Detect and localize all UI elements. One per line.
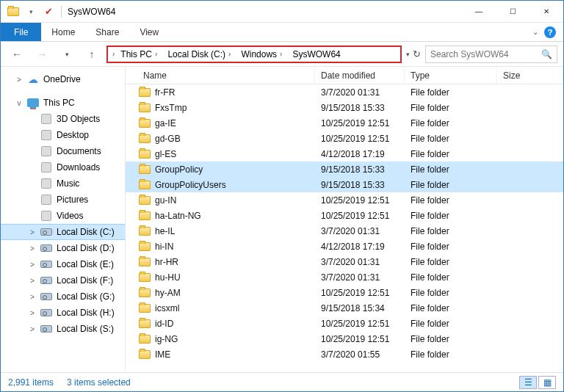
- minimize-button[interactable]: —: [462, 1, 496, 23]
- folder-icon: [139, 88, 151, 97]
- table-row[interactable]: GroupPolicy9/15/2018 15:33File folder: [126, 161, 563, 177]
- table-row[interactable]: gd-GB10/25/2019 12:51File folder: [126, 131, 563, 146]
- forward-button[interactable]: →: [32, 46, 52, 63]
- qat-dropdown-icon[interactable]: ▾: [23, 4, 39, 20]
- nav-item-label: Music: [57, 178, 79, 189]
- table-row[interactable]: id-ID10/25/2019 12:51File folder: [126, 316, 563, 331]
- crumb-syswow64[interactable]: SysWOW64: [288, 49, 344, 59]
- address-dropdown-icon[interactable]: ▾: [406, 51, 410, 58]
- table-row[interactable]: hi-IN4/12/2018 17:19File folder: [126, 239, 563, 254]
- nav-item-label: Local Disk (F:): [57, 275, 113, 286]
- expand-icon[interactable]: >: [29, 325, 36, 333]
- nav-item-this-pc[interactable]: vThis PC: [1, 95, 125, 111]
- expand-icon[interactable]: >: [29, 277, 36, 285]
- thumbnails-view-button[interactable]: ▦: [538, 376, 556, 389]
- table-row[interactable]: gl-ES4/12/2018 17:19File folder: [126, 146, 563, 161]
- address-bar[interactable]: › This PC› Local Disk (C:)› Windows› Sys…: [106, 46, 402, 63]
- file-rows[interactable]: fr-FR3/7/2020 01:31File folderFxsTmp9/15…: [126, 84, 563, 371]
- titlebar: ▾ ✔ SysWOW64 — ☐ ✕: [1, 1, 563, 23]
- expand-icon[interactable]: >: [29, 309, 36, 317]
- recent-locations-dropdown[interactable]: ▾: [57, 46, 77, 63]
- status-item-count: 2,991 items: [8, 377, 54, 388]
- tab-view[interactable]: View: [129, 23, 169, 41]
- column-headers: Name Date modified Type Size: [126, 67, 563, 84]
- navigation-pane[interactable]: >☁OneDrivevThis PC3D ObjectsDesktopDocum…: [1, 67, 126, 371]
- disk-icon: [40, 307, 52, 319]
- tab-home[interactable]: Home: [41, 23, 85, 41]
- nav-item-label: Local Disk (C:): [57, 227, 115, 237]
- chevron-right-icon[interactable]: ›: [228, 50, 231, 58]
- refresh-icon[interactable]: ↻: [413, 48, 421, 59]
- expand-icon[interactable]: >: [29, 293, 36, 301]
- nav-item-pictures[interactable]: Pictures: [1, 192, 125, 208]
- nav-item-local-disk-e-[interactable]: >Local Disk (E:): [1, 256, 125, 272]
- cell-date: 9/15/2018 15:34: [315, 303, 405, 313]
- properties-icon[interactable]: ✔: [40, 4, 57, 20]
- table-row[interactable]: hy-AM10/25/2019 12:51File folder: [126, 285, 563, 300]
- cell-name: ig-NG: [126, 334, 315, 344]
- close-button[interactable]: ✕: [529, 1, 563, 23]
- nav-item-label: Local Disk (G:): [57, 291, 115, 302]
- table-row[interactable]: he-IL3/7/2020 01:31File folder: [126, 223, 563, 239]
- expand-icon[interactable]: v: [15, 99, 23, 107]
- nav-item-onedrive[interactable]: >☁OneDrive: [1, 71, 125, 87]
- cell-name: ga-IE: [126, 118, 315, 128]
- nav-item-documents[interactable]: Documents: [1, 143, 125, 159]
- crumb-windows[interactable]: Windows›: [236, 49, 286, 59]
- maximize-button[interactable]: ☐: [496, 1, 529, 23]
- column-type[interactable]: Type: [405, 67, 497, 84]
- up-button[interactable]: ↑: [82, 46, 102, 63]
- table-row[interactable]: GroupPolicyUsers9/15/2018 15:33File fold…: [126, 177, 563, 192]
- table-row[interactable]: ha-Latn-NG10/25/2019 12:51File folder: [126, 208, 563, 223]
- ribbon-collapse-icon[interactable]: ⌄: [532, 28, 538, 36]
- table-row[interactable]: FxsTmp9/15/2018 15:33File folder: [126, 100, 563, 115]
- column-name[interactable]: Name: [126, 67, 315, 84]
- chevron-right-icon[interactable]: ›: [155, 50, 157, 58]
- expand-icon[interactable]: >: [15, 76, 23, 84]
- folder-icon: [139, 288, 151, 297]
- chevron-right-icon[interactable]: ›: [280, 50, 282, 58]
- crumb-thispc[interactable]: This PC›: [116, 49, 162, 59]
- nav-item-local-disk-d-[interactable]: >Local Disk (D:): [1, 240, 125, 256]
- nav-item-downloads[interactable]: Downloads: [1, 159, 125, 175]
- expand-icon[interactable]: >: [29, 228, 36, 236]
- search-box[interactable]: 🔍: [425, 46, 557, 63]
- search-icon[interactable]: 🔍: [541, 49, 552, 59]
- table-row[interactable]: hr-HR3/7/2020 01:31File folder: [126, 254, 563, 269]
- crumb-localdisk[interactable]: Local Disk (C:)›: [163, 49, 235, 59]
- tab-share[interactable]: Share: [85, 23, 129, 41]
- column-date[interactable]: Date modified: [315, 67, 405, 84]
- back-button[interactable]: ←: [7, 46, 27, 63]
- cell-date: 3/7/2020 01:55: [315, 349, 405, 360]
- expand-icon[interactable]: >: [29, 261, 36, 269]
- nav-item-local-disk-g-[interactable]: >Local Disk (G:): [1, 288, 125, 305]
- nav-item-local-disk-c-[interactable]: >Local Disk (C:): [1, 224, 125, 240]
- nav-item-desktop[interactable]: Desktop: [1, 127, 125, 143]
- table-row[interactable]: fr-FR3/7/2020 01:31File folder: [126, 84, 563, 100]
- nav-item-label: Local Disk (H:): [57, 308, 115, 318]
- nav-item-label: Local Disk (S:): [57, 324, 114, 334]
- cell-type: File folder: [405, 288, 497, 298]
- nav-item-videos[interactable]: Videos: [1, 208, 125, 224]
- help-icon[interactable]: ?: [544, 26, 556, 38]
- search-input[interactable]: [430, 49, 533, 59]
- navigation-bar: ← → ▾ ↑ › This PC› Local Disk (C:)› Wind…: [1, 42, 563, 67]
- table-row[interactable]: IME3/7/2020 01:55File folder: [126, 346, 563, 362]
- nav-item-3d-objects[interactable]: 3D Objects: [1, 111, 125, 127]
- expand-icon[interactable]: >: [29, 244, 36, 253]
- nav-item-music[interactable]: Music: [1, 175, 125, 192]
- file-tab[interactable]: File: [1, 23, 41, 41]
- table-row[interactable]: icsxml9/15/2018 15:34File folder: [126, 300, 563, 316]
- table-row[interactable]: hu-HU3/7/2020 01:31File folder: [126, 269, 563, 285]
- chevron-right-icon[interactable]: ›: [112, 50, 115, 58]
- nav-item-local-disk-s-[interactable]: >Local Disk (S:): [1, 321, 125, 337]
- column-size[interactable]: Size: [497, 67, 563, 84]
- table-row[interactable]: gu-IN10/25/2019 12:51File folder: [126, 192, 563, 208]
- nav-item-local-disk-h-[interactable]: >Local Disk (H:): [1, 305, 125, 321]
- nav-item-local-disk-f-[interactable]: >Local Disk (F:): [1, 272, 125, 288]
- table-row[interactable]: ga-IE10/25/2019 12:51File folder: [126, 115, 563, 131]
- window-title: SysWOW64: [68, 7, 115, 17]
- cell-name: hy-AM: [126, 288, 315, 298]
- details-view-button[interactable]: ☰: [519, 376, 537, 389]
- table-row[interactable]: ig-NG10/25/2019 12:51File folder: [126, 331, 563, 346]
